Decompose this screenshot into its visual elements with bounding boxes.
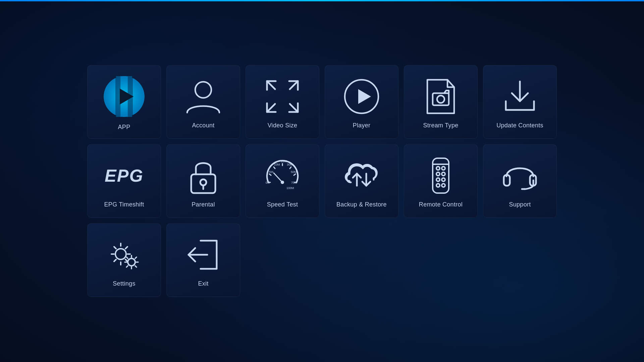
svg-point-45	[442, 172, 445, 176]
remote-control-label: Remote Control	[419, 201, 463, 208]
svg-text:100M: 100M	[286, 186, 294, 190]
backup-restore-label: Backup & Restore	[336, 201, 387, 208]
parental-icon	[183, 156, 223, 196]
tile-epg[interactable]: EPG EPG Timeshift	[87, 144, 161, 218]
svg-point-54	[115, 249, 126, 259]
remote-control-icon	[421, 156, 461, 196]
svg-point-46	[436, 178, 440, 181]
svg-rect-19	[191, 174, 215, 193]
speed-test-label: Speed Test	[267, 201, 298, 208]
svg-line-11	[290, 81, 298, 89]
player-icon	[341, 76, 382, 117]
tile-settings[interactable]: Settings	[87, 223, 161, 297]
svg-text:10M: 10M	[274, 163, 280, 166]
svg-line-13	[290, 104, 298, 112]
app-label: APP	[118, 124, 130, 131]
video-size-icon	[262, 76, 303, 117]
svg-point-48	[436, 184, 440, 187]
exit-label: Exit	[198, 280, 208, 287]
support-icon	[500, 156, 540, 196]
svg-point-49	[442, 184, 445, 187]
tile-empty-3	[404, 223, 478, 297]
stream-type-label: Stream Type	[423, 122, 458, 129]
player-label: Player	[353, 122, 371, 129]
speed-test-icon: 0M 5M 10M 20M 30M 50M 75M 100M	[262, 156, 303, 196]
epg-label: EPG Timeshift	[104, 201, 144, 208]
svg-rect-41	[433, 158, 449, 193]
svg-line-24	[274, 167, 275, 169]
tile-support[interactable]: Support	[483, 144, 557, 218]
svg-point-42	[436, 167, 440, 170]
account-icon	[183, 76, 223, 117]
tile-stream-type[interactable]: Stream Type	[404, 65, 478, 139]
tile-empty-4	[483, 223, 557, 297]
tile-empty-2	[325, 223, 398, 297]
svg-line-12	[267, 104, 275, 112]
exit-icon	[183, 235, 223, 275]
svg-text:30M: 30M	[287, 163, 293, 166]
tile-app[interactable]: APP	[87, 65, 161, 139]
svg-line-26	[290, 167, 291, 169]
svg-line-27	[294, 174, 296, 175]
tile-speed-test[interactable]: 0M 5M 10M 20M 30M 50M 75M 100M Speed Tes…	[246, 144, 319, 218]
svg-point-55	[128, 258, 135, 266]
settings-label: Settings	[113, 280, 135, 287]
svg-text:20M: 20M	[281, 160, 287, 163]
tile-exit[interactable]: Exit	[166, 223, 240, 297]
svg-point-37	[281, 181, 284, 184]
svg-text:0M: 0M	[266, 181, 270, 184]
stream-type-icon	[421, 76, 461, 117]
settings-grid: APP Account	[74, 52, 570, 310]
tile-video-size[interactable]: Video Size	[246, 65, 319, 139]
video-size-label: Video Size	[268, 122, 298, 129]
svg-text:75M: 75M	[291, 181, 297, 184]
svg-line-23	[269, 174, 271, 175]
tile-account[interactable]: Account	[166, 65, 240, 139]
svg-line-10	[267, 81, 275, 89]
svg-marker-15	[358, 89, 371, 104]
tile-backup-restore[interactable]: Backup & Restore	[325, 144, 398, 218]
svg-point-9	[195, 82, 211, 98]
tile-parental[interactable]: Parental	[166, 144, 240, 218]
update-contents-label: Update Contents	[496, 122, 543, 129]
account-label: Account	[192, 122, 214, 129]
tile-empty-1	[246, 223, 319, 297]
tile-update-contents[interactable]: Update Contents	[483, 65, 557, 139]
svg-point-17	[437, 96, 444, 103]
app-icon	[102, 75, 146, 118]
backup-restore-icon	[341, 156, 382, 196]
svg-rect-5	[115, 76, 120, 117]
svg-point-47	[442, 178, 445, 181]
svg-text:5M: 5M	[269, 170, 273, 174]
tile-player[interactable]: Player	[325, 65, 398, 139]
support-label: Support	[509, 201, 531, 208]
svg-line-36	[274, 173, 282, 182]
epg-icon: EPG	[104, 156, 144, 196]
svg-point-43	[442, 167, 445, 170]
svg-point-44	[436, 172, 440, 176]
svg-point-20	[200, 179, 206, 185]
tile-remote-control[interactable]: Remote Control	[404, 144, 478, 218]
parental-label: Parental	[192, 201, 215, 208]
update-contents-icon	[500, 76, 540, 117]
svg-text:50M: 50M	[291, 170, 297, 174]
settings-icon	[104, 235, 144, 275]
